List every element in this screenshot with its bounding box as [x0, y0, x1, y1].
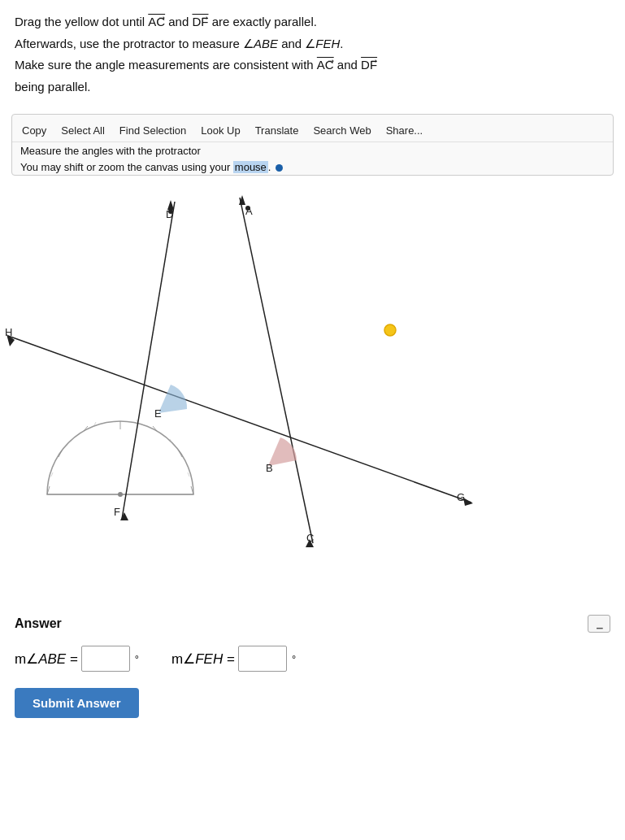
- context-menu-search-web[interactable]: Search Web: [310, 123, 382, 138]
- instructions-block: Drag the yellow dot until AC⃗ and DF⃗ ar…: [0, 0, 625, 107]
- context-menu-share[interactable]: Share...: [383, 123, 435, 138]
- answer-section: Answer ⎯ m∠ABE = ° m∠FEH = ° Submit Answ…: [0, 600, 625, 726]
- instruction-line1: Drag the yellow dot until AC⃗ and DF⃗ ar…: [15, 13, 610, 32]
- dot-d: [168, 209, 173, 214]
- context-menu-find-selection[interactable]: Find Selection: [116, 123, 197, 138]
- angle-feh-group: m∠FEH = °: [171, 646, 296, 672]
- context-menu-translate[interactable]: Translate: [252, 123, 310, 138]
- angle-feh-label: m∠FEH =: [171, 651, 235, 668]
- instruction-line3: Make sure the angle measurements are con…: [15, 56, 610, 75]
- label-b: B: [266, 462, 273, 474]
- answer-icon[interactable]: ⎯: [588, 615, 610, 633]
- angle-abe-group: m∠ABE = °: [15, 646, 139, 672]
- dot-a: [245, 206, 250, 211]
- label-f: F: [114, 506, 120, 518]
- label-h: H: [5, 326, 12, 338]
- context-menu: Copy Select All Find Selection Look Up T…: [11, 114, 614, 176]
- context-subtext-2: You may shift or zoom the canvas using y…: [12, 159, 613, 175]
- main-container: Drag the yellow dot until AC⃗ and DF⃗ ar…: [0, 0, 625, 840]
- context-menu-select-all[interactable]: Select All: [58, 123, 115, 138]
- context-menu-copy[interactable]: Copy: [20, 123, 58, 138]
- geometry-svg[interactable]: H D A E B F C G: [0, 177, 625, 600]
- mouse-highlight: mouse: [233, 161, 268, 173]
- subtext2-part2: .: [268, 161, 271, 173]
- answer-inputs: m∠ABE = ° m∠FEH = °: [15, 646, 610, 672]
- label-e: E: [154, 407, 162, 420]
- icon-symbol: ⎯: [597, 618, 602, 629]
- blue-dot: [276, 164, 283, 172]
- angle-abe-input[interactable]: [81, 646, 130, 672]
- instruction-line2: Afterwards, use the protractor to measur…: [15, 35, 610, 54]
- answer-label-text: Answer: [15, 616, 62, 631]
- label-g: G: [457, 491, 465, 503]
- subtext2-part1: You may shift or zoom the canvas using y…: [20, 161, 233, 173]
- context-subtext-1: Measure the angles with the protractor: [12, 142, 613, 159]
- yellow-dot[interactable]: [384, 324, 396, 336]
- canvas-area[interactable]: H D A E B F C G: [0, 177, 625, 600]
- context-menu-look-up[interactable]: Look Up: [197, 123, 251, 138]
- degree-symbol-2: °: [292, 653, 296, 665]
- answer-label-row: Answer ⎯: [15, 615, 610, 633]
- submit-button[interactable]: Submit Answer: [15, 688, 139, 718]
- instruction-line4: being parallel.: [15, 78, 610, 97]
- angle-abe-label: m∠ABE =: [15, 651, 78, 668]
- context-menu-row: Copy Select All Find Selection Look Up T…: [12, 120, 613, 142]
- submit-row: Submit Answer: [15, 688, 610, 718]
- degree-symbol-1: °: [135, 653, 139, 665]
- svg-point-15: [118, 492, 123, 497]
- angle-feh-input[interactable]: [238, 646, 287, 672]
